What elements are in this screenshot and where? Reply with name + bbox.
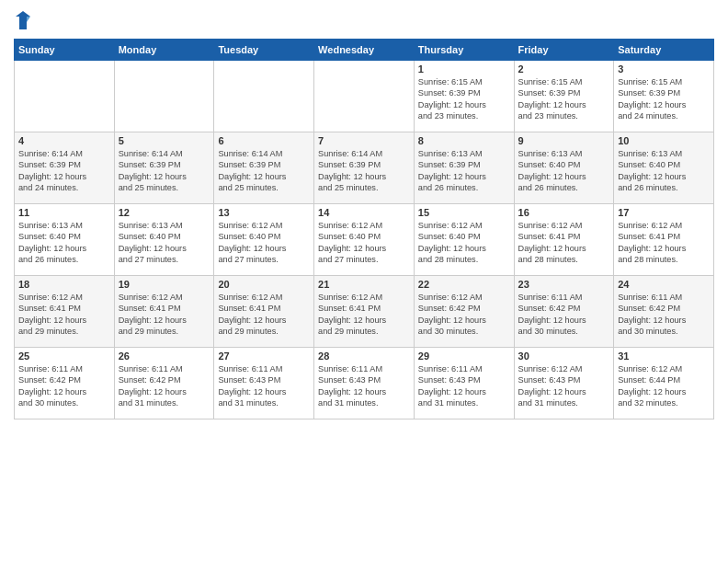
column-header-friday: Friday — [514, 40, 614, 61]
calendar-cell: 17Sunrise: 6:12 AM Sunset: 6:41 PM Dayli… — [614, 204, 714, 276]
day-info: Sunrise: 6:11 AM Sunset: 6:43 PM Dayligh… — [418, 363, 510, 409]
day-info: Sunrise: 6:12 AM Sunset: 6:41 PM Dayligh… — [318, 292, 410, 338]
day-number: 25 — [18, 350, 110, 362]
calendar-cell — [214, 61, 314, 132]
calendar-cell: 18Sunrise: 6:12 AM Sunset: 6:41 PM Dayli… — [15, 276, 115, 348]
day-number: 22 — [418, 279, 510, 290]
day-number: 23 — [518, 279, 610, 290]
day-number: 19 — [119, 279, 210, 290]
day-number: 21 — [318, 279, 410, 290]
header — [14, 9, 714, 31]
calendar-cell: 31Sunrise: 6:12 AM Sunset: 6:44 PM Dayli… — [614, 348, 714, 419]
day-number: 2 — [518, 63, 610, 75]
calendar-cell: 3Sunrise: 6:15 AM Sunset: 6:39 PM Daylig… — [614, 61, 714, 132]
day-number: 20 — [218, 279, 310, 290]
day-info: Sunrise: 6:13 AM Sunset: 6:39 PM Dayligh… — [418, 148, 510, 194]
day-number: 16 — [518, 207, 610, 218]
day-info: Sunrise: 6:12 AM Sunset: 6:40 PM Dayligh… — [218, 220, 310, 266]
day-number: 6 — [218, 135, 310, 146]
day-info: Sunrise: 6:11 AM Sunset: 6:42 PM Dayligh… — [18, 363, 110, 409]
day-info: Sunrise: 6:15 AM Sunset: 6:39 PM Dayligh… — [518, 76, 610, 122]
calendar-cell: 21Sunrise: 6:12 AM Sunset: 6:41 PM Dayli… — [314, 276, 415, 348]
day-number: 17 — [618, 207, 710, 218]
calendar-cell: 19Sunrise: 6:12 AM Sunset: 6:41 PM Dayli… — [114, 276, 214, 348]
calendar-cell: 22Sunrise: 6:12 AM Sunset: 6:42 PM Dayli… — [414, 276, 514, 348]
day-number: 13 — [218, 207, 310, 218]
calendar-cell: 7Sunrise: 6:14 AM Sunset: 6:39 PM Daylig… — [314, 132, 415, 204]
day-number: 24 — [618, 279, 710, 290]
column-header-tuesday: Tuesday — [214, 40, 314, 61]
calendar-cell: 14Sunrise: 6:12 AM Sunset: 6:40 PM Dayli… — [314, 204, 415, 276]
day-number: 8 — [418, 135, 510, 146]
logo-icon — [14, 9, 32, 31]
calendar-cell: 4Sunrise: 6:14 AM Sunset: 6:39 PM Daylig… — [15, 132, 115, 204]
day-info: Sunrise: 6:12 AM Sunset: 6:42 PM Dayligh… — [418, 292, 510, 338]
day-number: 12 — [119, 207, 210, 218]
calendar-cell: 23Sunrise: 6:11 AM Sunset: 6:42 PM Dayli… — [514, 276, 614, 348]
day-info: Sunrise: 6:13 AM Sunset: 6:40 PM Dayligh… — [18, 220, 110, 266]
calendar-week-1: 1Sunrise: 6:15 AM Sunset: 6:39 PM Daylig… — [15, 61, 714, 132]
day-number: 30 — [518, 350, 610, 362]
day-info: Sunrise: 6:12 AM Sunset: 6:40 PM Dayligh… — [318, 220, 410, 266]
column-header-sunday: Sunday — [15, 40, 115, 61]
calendar-header-row: SundayMondayTuesdayWednesdayThursdayFrid… — [15, 40, 714, 61]
day-number: 29 — [418, 350, 510, 362]
day-info: Sunrise: 6:11 AM Sunset: 6:43 PM Dayligh… — [218, 363, 310, 409]
day-info: Sunrise: 6:14 AM Sunset: 6:39 PM Dayligh… — [318, 148, 410, 194]
calendar-cell: 15Sunrise: 6:12 AM Sunset: 6:40 PM Dayli… — [414, 204, 514, 276]
calendar-cell: 27Sunrise: 6:11 AM Sunset: 6:43 PM Dayli… — [214, 348, 314, 419]
day-number: 4 — [18, 135, 110, 146]
day-number: 11 — [18, 207, 110, 218]
day-number: 9 — [518, 135, 610, 146]
calendar-cell — [114, 61, 214, 132]
day-info: Sunrise: 6:14 AM Sunset: 6:39 PM Dayligh… — [218, 148, 310, 194]
column-header-saturday: Saturday — [614, 40, 714, 61]
calendar-week-4: 18Sunrise: 6:12 AM Sunset: 6:41 PM Dayli… — [15, 276, 714, 348]
day-info: Sunrise: 6:15 AM Sunset: 6:39 PM Dayligh… — [618, 76, 710, 122]
day-info: Sunrise: 6:11 AM Sunset: 6:42 PM Dayligh… — [119, 363, 210, 409]
day-info: Sunrise: 6:12 AM Sunset: 6:41 PM Dayligh… — [218, 292, 310, 338]
calendar-cell: 8Sunrise: 6:13 AM Sunset: 6:39 PM Daylig… — [414, 132, 514, 204]
day-info: Sunrise: 6:12 AM Sunset: 6:41 PM Dayligh… — [119, 292, 210, 338]
calendar-cell — [15, 61, 115, 132]
calendar-week-3: 11Sunrise: 6:13 AM Sunset: 6:40 PM Dayli… — [15, 204, 714, 276]
calendar-cell: 5Sunrise: 6:14 AM Sunset: 6:39 PM Daylig… — [114, 132, 214, 204]
calendar-cell: 1Sunrise: 6:15 AM Sunset: 6:39 PM Daylig… — [414, 61, 514, 132]
day-number: 31 — [618, 350, 710, 362]
svg-marker-1 — [27, 17, 30, 22]
svg-marker-0 — [16, 11, 30, 29]
column-header-thursday: Thursday — [414, 40, 514, 61]
calendar-week-2: 4Sunrise: 6:14 AM Sunset: 6:39 PM Daylig… — [15, 132, 714, 204]
day-info: Sunrise: 6:12 AM Sunset: 6:44 PM Dayligh… — [618, 363, 710, 409]
day-number: 1 — [418, 63, 510, 75]
day-number: 14 — [318, 207, 410, 218]
day-number: 15 — [418, 207, 510, 218]
calendar-cell: 2Sunrise: 6:15 AM Sunset: 6:39 PM Daylig… — [514, 61, 614, 132]
day-number: 10 — [618, 135, 710, 146]
day-info: Sunrise: 6:14 AM Sunset: 6:39 PM Dayligh… — [119, 148, 210, 194]
column-header-wednesday: Wednesday — [314, 40, 415, 61]
calendar-cell: 25Sunrise: 6:11 AM Sunset: 6:42 PM Dayli… — [15, 348, 115, 419]
column-header-monday: Monday — [114, 40, 214, 61]
calendar-cell: 28Sunrise: 6:11 AM Sunset: 6:43 PM Dayli… — [314, 348, 415, 419]
calendar-table: SundayMondayTuesdayWednesdayThursdayFrid… — [14, 39, 714, 419]
calendar-cell: 6Sunrise: 6:14 AM Sunset: 6:39 PM Daylig… — [214, 132, 314, 204]
day-info: Sunrise: 6:13 AM Sunset: 6:40 PM Dayligh… — [618, 148, 710, 194]
calendar-cell: 24Sunrise: 6:11 AM Sunset: 6:42 PM Dayli… — [614, 276, 714, 348]
day-number: 18 — [18, 279, 110, 290]
day-number: 26 — [119, 350, 210, 362]
calendar-cell: 11Sunrise: 6:13 AM Sunset: 6:40 PM Dayli… — [15, 204, 115, 276]
day-info: Sunrise: 6:12 AM Sunset: 6:43 PM Dayligh… — [518, 363, 610, 409]
calendar-cell: 9Sunrise: 6:13 AM Sunset: 6:40 PM Daylig… — [514, 132, 614, 204]
day-number: 3 — [618, 63, 710, 75]
calendar-cell: 30Sunrise: 6:12 AM Sunset: 6:43 PM Dayli… — [514, 348, 614, 419]
day-number: 7 — [318, 135, 410, 146]
day-info: Sunrise: 6:15 AM Sunset: 6:39 PM Dayligh… — [418, 76, 510, 122]
day-info: Sunrise: 6:11 AM Sunset: 6:43 PM Dayligh… — [318, 363, 410, 409]
day-info: Sunrise: 6:13 AM Sunset: 6:40 PM Dayligh… — [518, 148, 610, 194]
day-info: Sunrise: 6:11 AM Sunset: 6:42 PM Dayligh… — [518, 292, 610, 338]
calendar-cell: 20Sunrise: 6:12 AM Sunset: 6:41 PM Dayli… — [214, 276, 314, 348]
calendar-cell: 10Sunrise: 6:13 AM Sunset: 6:40 PM Dayli… — [614, 132, 714, 204]
calendar-cell: 16Sunrise: 6:12 AM Sunset: 6:41 PM Dayli… — [514, 204, 614, 276]
day-info: Sunrise: 6:13 AM Sunset: 6:40 PM Dayligh… — [119, 220, 210, 266]
